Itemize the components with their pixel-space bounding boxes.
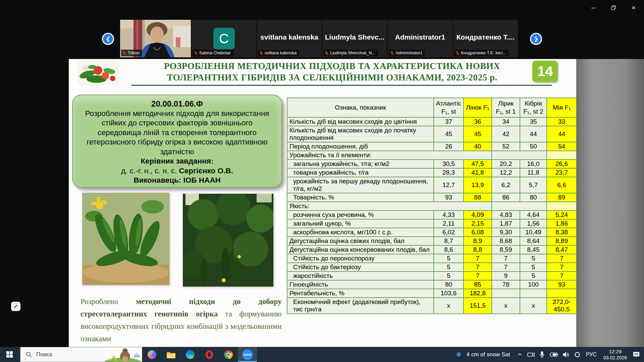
row-value: 151,5 bbox=[464, 298, 492, 314]
row-value: 50 bbox=[520, 142, 547, 151]
row-value: 54 bbox=[547, 142, 577, 151]
project-executor: Виконавець: ІОБ НААН bbox=[80, 176, 274, 185]
table-row: Урожайність та її елементи: bbox=[287, 151, 577, 160]
taskbar-clock[interactable]: 12:29 03.02.2026 bbox=[600, 349, 630, 361]
col-liryk-line1: Лірик bbox=[494, 100, 518, 108]
minimize-button[interactable] bbox=[588, 3, 599, 12]
chrome-app-icon[interactable] bbox=[219, 347, 238, 362]
shared-slide: РОЗРОБЛЕННЯ МЕТОДИЧНИХ ПІДХОДІВ ТА ХАРАК… bbox=[69, 59, 576, 347]
participant-tile[interactable]: svitlana kalenska svitlana kalenska bbox=[257, 20, 322, 57]
chevron-right-icon: ❯ bbox=[534, 36, 538, 42]
tray-camera[interactable] bbox=[525, 347, 537, 362]
row-value: 4,33 bbox=[434, 210, 464, 219]
row-value: 7 bbox=[547, 254, 577, 263]
row-value: 100 bbox=[520, 280, 547, 289]
restore-button[interactable] bbox=[608, 3, 619, 12]
taskbar: Поиск bbox=[0, 347, 644, 362]
table-row: Дегустаційна оцінка консервованих плодів… bbox=[287, 245, 577, 254]
annotate-pencil-tool[interactable] bbox=[11, 302, 20, 311]
participant-tile-video[interactable]: Tribun bbox=[120, 20, 192, 57]
row-value: х bbox=[520, 298, 547, 314]
row-value: 6,6 bbox=[547, 177, 577, 193]
row-value: 45 bbox=[464, 126, 492, 142]
row-value: 16,0 bbox=[520, 160, 547, 168]
row-value: 5 bbox=[520, 272, 547, 280]
zoom-app-icon[interactable]: zoom bbox=[238, 347, 257, 362]
leader-prefix: д. с.-г. н., с. н. с. bbox=[121, 167, 179, 175]
participant-name-badge: svitlana kalenska bbox=[258, 50, 299, 56]
row-value: 8,47 bbox=[547, 245, 577, 254]
tray-battery[interactable] bbox=[547, 347, 560, 362]
edge-app-icon[interactable] bbox=[180, 347, 200, 362]
project-leader: д. с.-г. н., с. н. с. Сергієнко О.В. bbox=[80, 166, 274, 176]
edge-icon bbox=[186, 350, 195, 359]
mic-muted-icon bbox=[194, 51, 198, 55]
language-indicator[interactable]: РУС bbox=[583, 347, 600, 362]
start-button[interactable] bbox=[0, 347, 19, 362]
row-value: 182,8 bbox=[464, 289, 492, 298]
row-label: загальний цукор, % bbox=[287, 219, 434, 228]
slide-title-line1: РОЗРОБЛЕННЯ МЕТОДИЧНИХ ПІДХОДІВ ТА ХАРАК… bbox=[126, 60, 538, 72]
participant-tile[interactable]: Liudmyla Shevc... Liudmyla Shevchuk_N... bbox=[322, 20, 388, 57]
row-value: 4,83 bbox=[492, 210, 520, 219]
row-value: 5,24 bbox=[547, 210, 577, 219]
table-header-row: Ознака, показник Атлантіс F₁, st Лінок F… bbox=[287, 98, 577, 117]
tray-expand-button[interactable] bbox=[515, 347, 525, 362]
section-label: Урожайність та її елементи: bbox=[287, 151, 492, 160]
opera-app-icon[interactable] bbox=[200, 347, 219, 362]
col-liryk: Лірик F₁, st 1 bbox=[492, 98, 520, 117]
notification-center-button[interactable] bbox=[630, 347, 644, 362]
row-label: Кількість діб від масових сходів до поча… bbox=[287, 126, 434, 142]
participant-tile[interactable]: Кондратенко Т.... Кондратенко Т.Є. Інст.… bbox=[453, 20, 519, 57]
snowflake-weather-icon[interactable]: ❄ bbox=[453, 347, 464, 362]
row-value: 8,7 bbox=[434, 237, 464, 245]
row-value: 6,02 bbox=[434, 228, 464, 237]
row-value: 6,2 bbox=[492, 177, 520, 193]
filmstrip-next-button[interactable]: ❯ bbox=[530, 33, 542, 45]
file-explorer-app-icon[interactable] bbox=[161, 347, 180, 362]
project-info-box: 20.00.01.06.Ф Розроблення методичних під… bbox=[72, 95, 282, 188]
row-value: 12,2 bbox=[492, 168, 520, 177]
mic-muted-icon bbox=[259, 51, 263, 55]
copilot-app-icon[interactable] bbox=[142, 347, 161, 362]
slide-number-badge: 14 bbox=[532, 61, 558, 82]
table-row: Якість: bbox=[287, 202, 577, 210]
speaker-icon bbox=[563, 352, 570, 357]
row-value: 9 bbox=[492, 272, 520, 280]
row-value: 47,5 bbox=[464, 160, 492, 168]
tray-volume[interactable] bbox=[560, 347, 572, 362]
participant-avatar: C bbox=[213, 28, 235, 49]
row-value: 85 bbox=[464, 280, 492, 289]
row-value: 8,68 bbox=[492, 237, 520, 245]
search-icon bbox=[26, 352, 32, 358]
row-value: 7 bbox=[547, 263, 577, 272]
participant-tile[interactable]: Administrator1 Administrator1 bbox=[388, 20, 453, 57]
taskbar-search-box[interactable]: Поиск bbox=[20, 347, 142, 362]
table-row: Рентабельність, %103,6182,8 bbox=[287, 289, 577, 298]
participant-filmstrip: Tribun C Sabina Chebotar svitlana kalens… bbox=[120, 20, 519, 57]
row-value: 26,6 bbox=[547, 160, 577, 168]
tray-app-ring[interactable] bbox=[572, 347, 583, 362]
col-miya: Мія F₁ bbox=[547, 98, 577, 117]
participant-name: Кондратенко Т.Є. Інст... bbox=[461, 51, 506, 55]
row-value: 13,9 bbox=[464, 177, 492, 193]
participant-tile-avatar[interactable]: C Sabina Chebotar bbox=[192, 20, 257, 57]
row-value: 93 bbox=[547, 280, 577, 289]
project-leader-label: Керівник завдання: bbox=[80, 157, 274, 166]
mic-muted-icon bbox=[122, 51, 126, 55]
row-label: урожайність за першу декаду плодоношення… bbox=[287, 177, 434, 193]
tray-microphone[interactable] bbox=[537, 347, 547, 362]
col-kibria-line2: F₁, st 2 bbox=[522, 108, 544, 116]
close-button[interactable]: ✕ bbox=[628, 3, 639, 12]
weather-status[interactable]: 4 cm of snow Sat bbox=[464, 347, 515, 362]
row-value: 1,87 bbox=[492, 219, 520, 228]
pencil-icon bbox=[13, 304, 18, 309]
row-value: 23,7 bbox=[547, 168, 577, 177]
row-value: 33 bbox=[547, 117, 577, 126]
row-value: 7 bbox=[464, 254, 492, 263]
row-value: х bbox=[434, 298, 464, 314]
row-value: 36 bbox=[464, 117, 492, 126]
chevron-up-icon bbox=[517, 352, 523, 357]
filmstrip-prev-button[interactable]: ❮ bbox=[102, 33, 114, 45]
clock-time: 12:29 bbox=[603, 349, 627, 355]
